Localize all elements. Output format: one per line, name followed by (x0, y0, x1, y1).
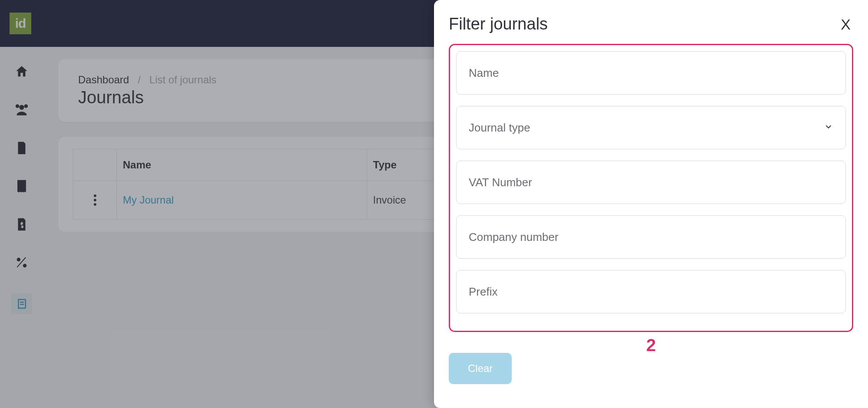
prefix-field[interactable] (456, 270, 846, 313)
name-field[interactable] (456, 51, 846, 95)
prefix-input[interactable] (469, 285, 833, 299)
name-input[interactable] (469, 66, 833, 80)
journal-type-select[interactable]: Journal type (456, 106, 846, 149)
annotation-number: 2 (646, 336, 656, 355)
annotation-highlight: Journal type 2 (449, 44, 853, 332)
drawer-title: Filter journals (449, 15, 548, 33)
filter-drawer: Filter journals X Journal type 2 Clear (434, 0, 868, 408)
company-field[interactable] (456, 215, 846, 259)
journal-type-label: Journal type (469, 121, 824, 135)
close-icon[interactable]: X (838, 16, 853, 33)
drawer-header: Filter journals X (449, 15, 853, 33)
company-input[interactable] (469, 230, 833, 244)
chevron-down-icon (824, 121, 833, 135)
clear-button[interactable]: Clear (449, 353, 512, 384)
vat-field[interactable] (456, 161, 846, 204)
vat-input[interactable] (469, 176, 833, 189)
